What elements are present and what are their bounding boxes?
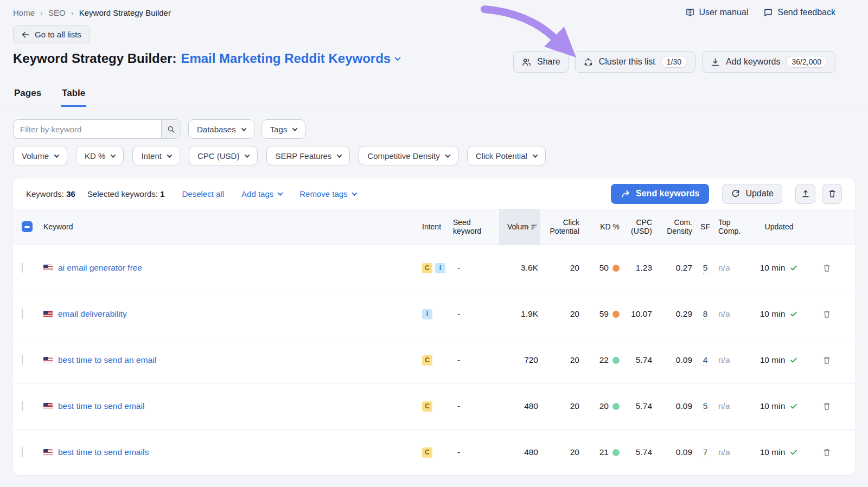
update-button[interactable]: Update	[722, 184, 782, 204]
keyword-strategy-builder-page: Home › SEO › Keyword Strategy Builder Us…	[0, 0, 868, 475]
sf-value[interactable]: 8	[703, 309, 708, 320]
go-to-all-lists-button[interactable]: Go to all lists	[13, 25, 90, 43]
page-title: Keyword Strategy Builder: Email Marketin…	[13, 51, 400, 66]
export-button[interactable]	[795, 184, 815, 204]
chevron-down-icon	[445, 152, 450, 158]
cluster-this-list-button[interactable]: Cluster this list 1/30	[575, 51, 695, 73]
column-header-seed-keyword[interactable]: Seed keyword	[453, 209, 499, 245]
list-name-dropdown[interactable]: Email Marketing Reddit Keywords	[181, 51, 400, 66]
volume-value: 480	[499, 401, 540, 411]
column-header-cpc[interactable]: CPC (USD)	[620, 209, 652, 245]
updated-value: 10 min	[760, 447, 786, 457]
breadcrumb-separator-icon: ›	[71, 8, 74, 17]
breadcrumb: Home › SEO › Keyword Strategy Builder	[13, 8, 171, 17]
intent-badge-c: C	[422, 355, 432, 366]
deselect-all-link[interactable]: Deselect all	[182, 189, 224, 198]
row-checkbox[interactable]	[22, 447, 23, 457]
tags-filter[interactable]: Tags	[261, 119, 306, 139]
click-potential-value: 20	[540, 447, 579, 457]
keyword-link[interactable]: best time to send emails	[58, 447, 149, 457]
sf-value[interactable]: 5	[703, 263, 708, 274]
row-checkbox[interactable]	[22, 309, 23, 319]
delete-row-button[interactable]	[822, 309, 832, 319]
click-potential-filter-label: Click Potential	[476, 151, 527, 161]
seed-keyword-value: -	[453, 355, 499, 365]
chevron-down-icon	[111, 152, 116, 158]
table-header: Keyword Intent Seed keyword Volume Click…	[13, 209, 855, 245]
column-header-kd[interactable]: KD %	[579, 209, 620, 245]
share-users-icon	[521, 57, 532, 67]
send-arrow-icon	[621, 189, 631, 199]
delete-selected-button[interactable]	[822, 184, 842, 204]
column-header-intent[interactable]: Intent	[422, 209, 453, 245]
remove-tags-label: Remove tags	[299, 189, 347, 198]
seed-keyword-value: -	[453, 263, 499, 273]
column-header-updated[interactable]: Updated	[751, 209, 807, 245]
column-header-top-comp[interactable]: Top Comp.	[718, 209, 751, 245]
select-all-checkbox[interactable]	[22, 221, 33, 232]
com-density-value: 0.09	[652, 447, 692, 457]
search-button[interactable]	[161, 120, 181, 138]
tab-table[interactable]: Table	[61, 85, 86, 107]
trash-icon	[822, 447, 832, 457]
cluster-label: Cluster this list	[599, 57, 655, 67]
add-tags-label: Add tags	[241, 189, 273, 198]
column-header-com-density[interactable]: Com. Density	[652, 209, 692, 245]
keyword-link[interactable]: ai email generator free	[58, 263, 142, 273]
column-header-volume-sorted[interactable]: Volume	[499, 209, 540, 245]
volume-filter[interactable]: Volume	[13, 146, 67, 165]
sort-desc-icon	[530, 223, 538, 231]
add-keywords-button[interactable]: Add keywords 36/2,000	[702, 51, 835, 73]
share-button[interactable]: Share	[513, 51, 569, 73]
column-header-click-potential[interactable]: Click Potential	[540, 209, 579, 245]
breadcrumb-seo[interactable]: SEO	[48, 8, 66, 17]
keyword-link[interactable]: best time to send email	[58, 401, 144, 411]
tags-label: Tags	[270, 125, 288, 134]
tabs-bar: Pages Table	[0, 85, 868, 107]
row-checkbox[interactable]	[22, 401, 23, 411]
competitive-density-filter[interactable]: Competitive Density	[359, 146, 458, 165]
keyword-link[interactable]: best time to send an email	[58, 355, 156, 365]
breadcrumb-home[interactable]: Home	[13, 8, 35, 17]
feedback-bubble-icon	[763, 8, 773, 17]
intent-filter-label: Intent	[141, 151, 162, 161]
delete-row-button[interactable]	[822, 355, 832, 365]
click-potential-value: 20	[540, 355, 579, 365]
row-checkbox[interactable]	[22, 355, 23, 365]
search-icon	[167, 125, 176, 134]
add-tags-dropdown[interactable]: Add tags	[241, 189, 282, 198]
keyword-filter-input[interactable]	[14, 120, 161, 138]
serp-features-filter[interactable]: SERP Features	[266, 146, 350, 165]
tab-pages[interactable]: Pages	[13, 85, 42, 107]
databases-filter[interactable]: Databases	[188, 119, 254, 139]
send-keywords-button[interactable]: Send keywords	[611, 184, 709, 204]
cpc-value: 1.23	[620, 263, 652, 273]
kd-value: 21	[599, 447, 609, 457]
kd-value: 50	[599, 263, 609, 273]
row-checkbox[interactable]	[22, 262, 23, 273]
trash-icon	[822, 355, 832, 365]
delete-row-button[interactable]	[822, 401, 832, 411]
check-icon	[789, 356, 798, 364]
remove-tags-dropdown[interactable]: Remove tags	[299, 189, 356, 198]
column-header-keyword[interactable]: Keyword	[43, 209, 422, 245]
title-row: Keyword Strategy Builder: Email Marketin…	[13, 51, 855, 73]
user-manual-link[interactable]: User manual	[685, 8, 749, 17]
intent-badges: CI	[422, 263, 453, 273]
intent-filter[interactable]: Intent	[132, 146, 180, 165]
sf-value[interactable]: 5	[703, 401, 708, 412]
sf-value[interactable]: 7	[703, 447, 708, 458]
cpc-filter[interactable]: CPC (USD)	[189, 146, 258, 165]
top-comp-value: n/a	[718, 309, 751, 319]
trash-icon	[827, 189, 837, 198]
send-feedback-link[interactable]: Send feedback	[763, 8, 835, 17]
keyword-link[interactable]: email deliverability	[58, 309, 127, 319]
kd-filter[interactable]: KD %	[76, 146, 124, 165]
sf-value[interactable]: 4	[703, 355, 708, 366]
delete-row-button[interactable]	[822, 263, 832, 273]
top-comp-value: n/a	[718, 447, 751, 457]
click-potential-filter[interactable]: Click Potential	[467, 146, 546, 165]
delete-row-button[interactable]	[822, 447, 832, 457]
column-header-sf[interactable]: SF	[692, 209, 718, 245]
kd-value: 59	[599, 309, 609, 319]
